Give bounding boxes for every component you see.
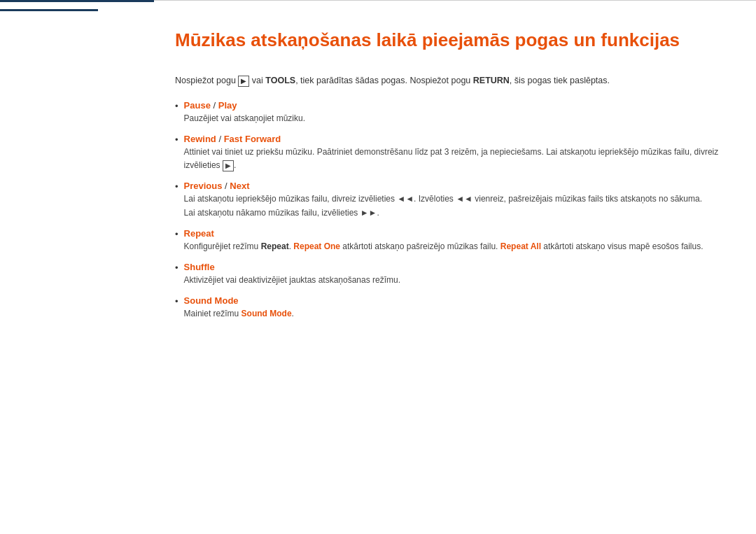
bullet-dot: • (175, 101, 178, 111)
list-item-pause-play: • Pause / Play Pauzējiet vai atskaņojiet… (175, 100, 721, 125)
page-container: Mūzikas atskaņošanas laikā pieejamās pog… (0, 0, 756, 534)
sidebar (0, 0, 154, 534)
sound-mode-ref: Sound Mode (241, 309, 292, 318)
bullet-content-pause-play: Pause / Play Pauzējiet vai atskaņojiet m… (184, 100, 721, 125)
feature-desc-rewind-ff: Attiniet vai tiniet uz priekšu mūziku. P… (184, 146, 721, 172)
page-title: Mūzikas atskaņošanas laikā pieejamās pog… (175, 29, 721, 52)
feature-title-shuffle: Shuffle (184, 262, 721, 272)
bullet-content-sound-mode: Sound Mode Mainiet režīmu Sound Mode. (184, 295, 721, 321)
feature-title-prev-next: Previous / Next (184, 181, 721, 191)
separator: / (213, 100, 218, 111)
feature-desc-sound-mode: Mainiet režīmu Sound Mode. (184, 307, 721, 321)
feature-desc-prev-next-2: Lai atskaņotu nākamo mūzikas failu, izvē… (184, 206, 721, 220)
repeat-one-ref: Repeat One (293, 241, 340, 251)
list-item-rewind-ff: • Rewind / Fast Forward Attiniet vai tin… (175, 134, 721, 172)
bullet-dot: • (175, 296, 178, 307)
bullet-content-repeat: Repeat Konfigurējiet režīmu Repeat. Repe… (184, 228, 721, 253)
tools-label: TOOLS (265, 76, 295, 85)
list-item-prev-next: • Previous / Next Lai atskaņotu iepriekš… (175, 181, 721, 219)
feature-title-sound-mode: Sound Mode (184, 295, 721, 306)
feature-title-pause-play: Pause / Play (184, 100, 721, 111)
main-content: Mūzikas atskaņošanas laikā pieejamās pog… (154, 0, 756, 534)
bullet-content-prev-next: Previous / Next Lai atskaņotu iepriekšēj… (184, 181, 721, 219)
repeat-ref: Repeat (261, 241, 289, 251)
repeat-all-ref: Repeat All (500, 241, 541, 251)
list-item-sound-mode: • Sound Mode Mainiet režīmu Sound Mode. (175, 295, 721, 321)
bullet-dot: • (175, 134, 178, 145)
feature-title-rewind-ff: Rewind / Fast Forward (184, 134, 721, 144)
feature-desc-shuffle: Aktivizējiet vai deaktivizējiet jauktas … (184, 274, 721, 287)
feature-desc-prev-next-1: Lai atskaņotu iepriekšējo mūzikas failu,… (184, 192, 721, 206)
bullet-content-shuffle: Shuffle Aktivizējiet vai deaktivizējiet … (184, 262, 721, 287)
feature-desc-pause-play: Pauzējiet vai atskaņojiet mūziku. (184, 112, 721, 125)
forward-icon: ▶ (223, 160, 234, 171)
bullet-dot: • (175, 181, 178, 192)
sidebar-bar (0, 9, 98, 11)
bullet-dot: • (175, 229, 178, 239)
feature-list: • Pause / Play Pauzējiet vai atskaņojiet… (175, 100, 721, 321)
list-item-repeat: • Repeat Konfigurējiet režīmu Repeat. Re… (175, 228, 721, 253)
intro-paragraph: Nospiežot pogu ▶ vai TOOLS, tiek parādīt… (175, 73, 721, 87)
bullet-content-rewind-ff: Rewind / Fast Forward Attiniet vai tinie… (184, 134, 721, 172)
bullet-dot: • (175, 262, 178, 273)
separator: / (218, 134, 223, 144)
separator: / (225, 181, 230, 191)
feature-title-repeat: Repeat (184, 228, 721, 239)
return-label: RETURN (473, 76, 510, 85)
list-item-shuffle: • Shuffle Aktivizējiet vai deaktivizējie… (175, 262, 721, 287)
feature-desc-repeat: Konfigurējiet režīmu Repeat. Repeat One … (184, 240, 721, 253)
play-icon: ▶ (238, 76, 249, 87)
